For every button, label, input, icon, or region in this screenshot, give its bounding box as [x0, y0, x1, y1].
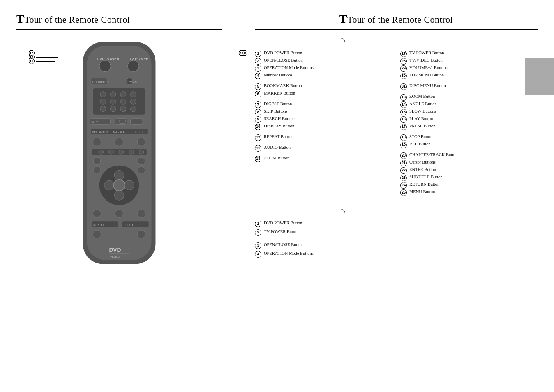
svg-point-13 [120, 92, 126, 97]
item-row-r7: 14 ANGLE Button [400, 101, 538, 108]
svg-text:CH+/-: CH+/- [91, 120, 99, 123]
section2-items: 1 DVD POWER Button 2 TV POWER Button 3 O… [255, 220, 538, 258]
item-row-3: 3 OPERATION Mode Buttons [255, 65, 392, 72]
svg-point-59 [137, 230, 145, 238]
svg-point-12 [110, 92, 116, 97]
bracket-bottom-wrapper [255, 209, 538, 218]
svg-point-52 [115, 210, 123, 218]
item-row-r5: 31 DISC MENU Button [400, 83, 538, 90]
svg-point-11 [100, 92, 106, 97]
page: TTour of the Remote Control 1 2 3 [0, 0, 554, 392]
svg-point-33 [115, 138, 123, 146]
remote-diagram-area: 1 2 3 26 4 [16, 38, 222, 278]
item-row-r17: 24 RETURN Button [400, 182, 538, 189]
item-row-11: 11 AUDIO Button [255, 145, 392, 152]
callout-11: 11 [29, 58, 55, 64]
item-row-r15: 22 ENTER Button [400, 167, 538, 174]
item-row-r1: 27 TV POWER Button [400, 50, 538, 58]
s2-row-1: 1 DVD POWER Button [255, 220, 538, 228]
svg-point-42 [138, 157, 145, 165]
svg-point-50 [113, 180, 125, 191]
svg-point-17 [120, 99, 126, 104]
svg-point-32 [93, 138, 101, 146]
svg-text:OPEN/CLOSE: OPEN/CLOSE [92, 81, 111, 83]
svg-point-22 [130, 106, 136, 112]
item-row-9: 9 SEARCH Buttons [255, 116, 392, 123]
right-panel: TTour of the Remote Control 1 DVD POWER … [238, 0, 554, 392]
col-2: 27 TV POWER Button 28 TV/VIDEO Button 29… [400, 50, 538, 196]
item-row-r9: 16 PLAY Button [400, 116, 538, 123]
svg-point-58 [93, 230, 101, 238]
left-panel: TTour of the Remote Control 1 2 3 [0, 0, 238, 392]
svg-point-14 [130, 92, 136, 97]
left-page-title: TTour of the Remote Control [16, 12, 222, 25]
svg-point-49 [124, 180, 134, 190]
svg-point-48 [104, 180, 114, 190]
svg-point-36 [98, 150, 103, 154]
item-row-r18: 25 MENU Button [400, 189, 538, 196]
item-row-2: 2 OPEN/CLOSE Button [255, 58, 392, 65]
svg-point-21 [120, 106, 126, 112]
svg-point-38 [119, 150, 124, 154]
svg-point-20 [110, 106, 116, 112]
item-row-r8: 15 SLOW Buttons [400, 108, 538, 116]
item-row-r12: 19 REC Button [400, 141, 538, 149]
svg-text:MARKER: MARKER [113, 131, 125, 134]
col-1: 1 DVD POWER Button 2 OPEN/CLOSE Button 3… [255, 50, 392, 196]
s2-row-4: 4 OPERATION Mode Buttons [255, 251, 538, 258]
item-row-r6: 13 ZOOM Button [400, 94, 538, 101]
section-2: 1 DVD POWER Button 2 TV POWER Button 3 O… [255, 209, 538, 258]
callout-12: 12 [29, 50, 55, 56]
svg-point-51 [93, 210, 101, 218]
item-row-7: 7 DIGEST Button [255, 101, 392, 108]
svg-text:BOOKMARK: BOOKMARK [92, 131, 108, 134]
item-row-5: 5 BOOKMARK Button [255, 83, 392, 90]
svg-text:REPEAT: REPEAT [123, 224, 135, 226]
bracket-top-line [255, 38, 345, 47]
svg-point-43 [93, 167, 101, 174]
item-row-6: 6 MARKER Button [255, 90, 392, 98]
item-row-13b: 13 ZOOM Button [255, 155, 392, 163]
items-grid-section1: 1 DVD POWER Button 2 OPEN/CLOSE Button 3… [255, 50, 538, 196]
svg-point-44 [138, 167, 145, 174]
svg-point-4 [99, 60, 111, 72]
svg-point-18 [130, 99, 136, 104]
svg-text:DVD: DVD [109, 247, 121, 253]
item-row-r16: 23 SUBTITLE Button [400, 174, 538, 182]
svg-point-46 [114, 170, 124, 180]
svg-text:TV/VCR: TV/VCR [126, 80, 136, 83]
svg-point-16 [110, 99, 116, 104]
item-row-r11: 18 STOP Button [400, 134, 538, 141]
svg-text:TV POWER: TV POWER [129, 57, 148, 61]
section-1: 1 DVD POWER Button 2 OPEN/CLOSE Button 3… [255, 38, 538, 196]
item-row-r2: 28 TV/VIDEO Button [400, 58, 538, 65]
item-row-8: 8 SKIP Buttons [255, 108, 392, 116]
svg-point-53 [137, 210, 145, 218]
item-row-r4: 30 TOP MENU Button [400, 72, 538, 80]
remote-wrap: 1 2 3 26 4 [66, 38, 173, 278]
right-page-title: TTour of the Remote Control [255, 12, 538, 25]
svg-point-40 [139, 150, 144, 154]
bracket-top-wrapper [255, 38, 538, 47]
item-row-r10: 17 PAUSE Button [400, 123, 538, 131]
item-row-r13: 20 CHAPTER/TRACK Button [400, 152, 538, 159]
svg-point-15 [100, 99, 106, 104]
svg-text:VIDEO: VIDEO [110, 255, 120, 258]
svg-text:DVD POWER: DVD POWER [97, 57, 119, 61]
s2-row-3: 3 OPEN/CLOSE Button [255, 242, 538, 249]
left-title-section: TTour of the Remote Control [16, 12, 222, 30]
item-row-1: 1 DVD POWER Button [255, 50, 392, 58]
gray-accent-box [525, 58, 554, 95]
svg-point-34 [137, 138, 145, 146]
svg-text:DIGEST: DIGEST [132, 131, 143, 134]
item-row-r3: 29 VOLUME+/- Buttons [400, 65, 538, 72]
svg-point-19 [100, 106, 106, 112]
svg-point-41 [93, 157, 101, 165]
item-row-10: 10 DISPLAY Button [255, 123, 392, 131]
item-row-12: 12 REPEAT Button [255, 134, 392, 141]
svg-rect-27 [119, 120, 126, 124]
svg-rect-26 [130, 119, 142, 125]
svg-point-37 [108, 150, 113, 154]
s2-row-2: 2 TV POWER Button [255, 229, 538, 236]
right-title-section: TTour of the Remote Control [255, 12, 538, 30]
